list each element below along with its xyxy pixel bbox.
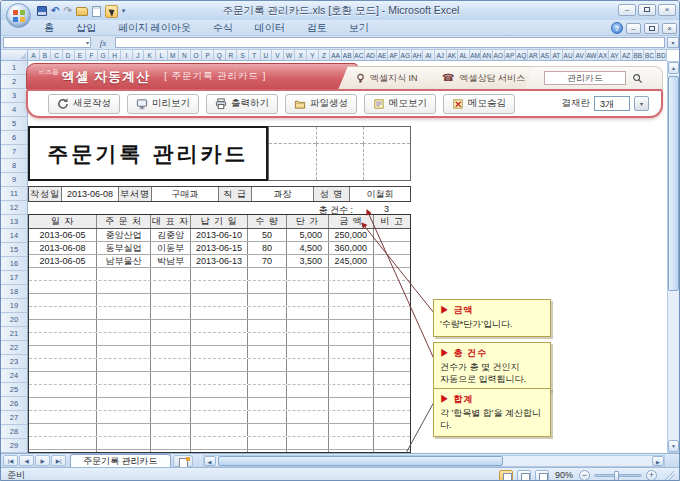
row-header-18[interactable]: 18 bbox=[1, 285, 27, 299]
table-cell[interactable] bbox=[97, 385, 151, 397]
undo-icon[interactable]: ↶ bbox=[51, 5, 59, 17]
table-cell[interactable] bbox=[29, 411, 97, 423]
table-cell[interactable]: 중앙산업 bbox=[97, 229, 151, 241]
table-cell[interactable] bbox=[97, 333, 151, 345]
addin-button-memo-hide[interactable]: 메모숨김 bbox=[443, 94, 515, 114]
row-header-27[interactable]: 27 bbox=[1, 411, 27, 425]
table-cell[interactable] bbox=[374, 229, 410, 241]
column-header-AQ[interactable]: AQ bbox=[516, 50, 528, 60]
table-cell[interactable] bbox=[97, 281, 151, 293]
vertical-scrollbar[interactable]: ▲ ▼ bbox=[667, 61, 680, 453]
row-header-24[interactable]: 24 bbox=[1, 369, 27, 383]
column-header-P[interactable]: P bbox=[202, 50, 214, 60]
column-header-AP[interactable]: AP bbox=[505, 50, 517, 60]
table-cell[interactable]: 김중앙 bbox=[151, 229, 191, 241]
restore-button[interactable] bbox=[638, 4, 656, 16]
table-cell[interactable] bbox=[248, 320, 287, 332]
table-cell[interactable] bbox=[329, 333, 374, 345]
table-cell[interactable] bbox=[191, 307, 248, 319]
formula-input[interactable] bbox=[115, 37, 665, 48]
table-cell[interactable] bbox=[329, 268, 374, 280]
table-row-empty[interactable] bbox=[29, 281, 410, 294]
table-cell[interactable] bbox=[374, 333, 410, 345]
table-cell[interactable] bbox=[97, 294, 151, 306]
close-button[interactable]: × bbox=[658, 4, 676, 16]
row-header-25[interactable]: 25 bbox=[1, 383, 27, 397]
table-cell[interactable] bbox=[374, 372, 410, 384]
row-header-28[interactable]: 28 bbox=[1, 425, 27, 439]
table-cell[interactable] bbox=[329, 398, 374, 410]
row-header-5[interactable]: 5 bbox=[1, 117, 27, 131]
table-cell[interactable] bbox=[329, 372, 374, 384]
table-cell[interactable] bbox=[248, 385, 287, 397]
info-value[interactable]: 2013-06-08 bbox=[62, 187, 119, 201]
table-cell[interactable] bbox=[191, 346, 248, 358]
insert-worksheet-tab[interactable] bbox=[173, 455, 193, 467]
zoom-slider[interactable] bbox=[594, 474, 642, 477]
addin-button-file[interactable]: 파일생성 bbox=[285, 94, 357, 114]
column-header-Y[interactable]: Y bbox=[307, 50, 319, 60]
table-cell[interactable] bbox=[191, 281, 248, 293]
table-cell[interactable] bbox=[151, 411, 191, 423]
column-header-AV[interactable]: AV bbox=[574, 50, 586, 60]
row-header-6[interactable]: 6 bbox=[1, 131, 27, 145]
column-header-R[interactable]: R bbox=[226, 50, 238, 60]
column-header-M[interactable]: M bbox=[168, 50, 180, 60]
table-cell[interactable] bbox=[151, 281, 191, 293]
open-icon[interactable] bbox=[76, 7, 88, 16]
row-header-3[interactable]: 3 bbox=[1, 89, 27, 103]
table-cell[interactable]: 3,500 bbox=[287, 255, 329, 267]
table-cell[interactable] bbox=[248, 372, 287, 384]
table-cell[interactable]: 2013-06-13 bbox=[191, 255, 248, 267]
column-header-H[interactable]: H bbox=[109, 50, 121, 60]
horizontal-scrollbar[interactable]: ◀ ▶ bbox=[203, 455, 665, 467]
table-cell[interactable] bbox=[374, 255, 410, 267]
table-cell[interactable] bbox=[97, 424, 151, 436]
table-cell[interactable] bbox=[248, 333, 287, 345]
ribbon-tab[interactable]: 보기 bbox=[338, 20, 380, 36]
table-cell[interactable] bbox=[248, 437, 287, 449]
table-cell[interactable] bbox=[374, 320, 410, 332]
ribbon-tab[interactable]: 검토 bbox=[296, 20, 338, 36]
row-header-11[interactable]: 11 bbox=[1, 187, 27, 201]
table-cell[interactable] bbox=[374, 307, 410, 319]
table-cell[interactable] bbox=[374, 359, 410, 371]
table-cell[interactable] bbox=[97, 411, 151, 423]
row-header-12[interactable]: 12 bbox=[1, 201, 27, 215]
qat-customize-icon[interactable]: ▾ bbox=[122, 5, 126, 17]
table-cell[interactable] bbox=[287, 424, 329, 436]
row-header-14[interactable]: 14 bbox=[1, 229, 27, 243]
table-cell[interactable]: 동부실업 bbox=[97, 242, 151, 254]
row-header-2[interactable]: 2 bbox=[1, 75, 27, 89]
column-header-G[interactable]: G bbox=[98, 50, 110, 60]
table-cell[interactable] bbox=[248, 294, 287, 306]
table-cell[interactable] bbox=[191, 268, 248, 280]
approval-dropdown-icon[interactable]: ▾ bbox=[634, 96, 649, 111]
table-cell[interactable] bbox=[29, 307, 97, 319]
table-row-empty[interactable] bbox=[29, 398, 410, 411]
table-cell[interactable]: 4,500 bbox=[287, 242, 329, 254]
column-header-AA[interactable]: AA bbox=[330, 50, 342, 60]
column-header-BB[interactable]: BB bbox=[633, 50, 645, 60]
table-row-empty[interactable] bbox=[29, 333, 410, 346]
table-cell[interactable] bbox=[191, 437, 248, 449]
resize-grip[interactable] bbox=[665, 470, 675, 480]
table-cell[interactable] bbox=[329, 294, 374, 306]
zoom-slider-thumb[interactable] bbox=[614, 471, 619, 481]
row-header-23[interactable]: 23 bbox=[1, 355, 27, 369]
column-header-T[interactable]: T bbox=[249, 50, 261, 60]
table-cell[interactable] bbox=[191, 294, 248, 306]
table-cell[interactable] bbox=[29, 437, 97, 449]
column-header-AZ[interactable]: AZ bbox=[621, 50, 633, 60]
table-cell[interactable] bbox=[248, 268, 287, 280]
save-icon[interactable] bbox=[37, 6, 47, 16]
column-header-AW[interactable]: AW bbox=[586, 50, 598, 60]
table-cell[interactable] bbox=[374, 242, 410, 254]
vertical-scroll-thumb[interactable] bbox=[668, 76, 679, 291]
row-header-8[interactable]: 8 bbox=[1, 159, 27, 173]
normal-view-button[interactable] bbox=[499, 470, 513, 481]
scroll-down-icon[interactable]: ▼ bbox=[668, 440, 679, 452]
row-header-19[interactable]: 19 bbox=[1, 299, 27, 313]
table-cell[interactable] bbox=[287, 450, 329, 453]
table-cell[interactable] bbox=[374, 281, 410, 293]
